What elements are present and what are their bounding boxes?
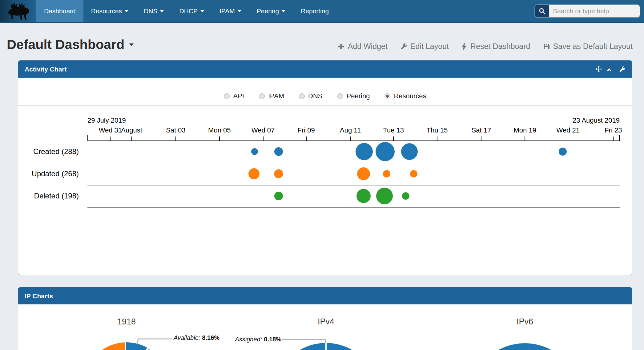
updated-bubble — [274, 169, 283, 178]
axis-tick-label: August — [121, 126, 142, 134]
chevron-down-icon — [282, 10, 285, 12]
updated-bubble — [410, 170, 417, 177]
ip-panel-header: IP Charts — [18, 287, 632, 304]
nav-item-dashboard[interactable]: Dashboard — [36, 0, 83, 22]
deleted-bubble — [274, 192, 283, 200]
created-bubble — [274, 147, 283, 156]
axis-tick-label: Wed 21 — [557, 126, 580, 134]
axis-tick-label: Sat 17 — [472, 126, 491, 134]
axis-tick-label: Wed 31 — [99, 126, 122, 134]
dashboard-title[interactable]: Default Dashboard — [7, 37, 134, 52]
axis-range-start: 29 July 2019 — [87, 116, 126, 124]
created-bubble — [376, 142, 395, 161]
ip-panel-title: IP Charts — [25, 292, 53, 300]
nav-items: Dashboard Resources DNS DHCP IPAM Peerin… — [36, 0, 336, 22]
pie-title-ipv4: IPv4 — [280, 317, 372, 327]
moose-logo-icon — [4, 2, 32, 21]
axis-tick-label: Thu 15 — [427, 126, 448, 134]
created-bubble — [356, 143, 373, 160]
axis-tick-label: Wed 07 — [252, 126, 275, 134]
x-axis — [87, 140, 620, 141]
pie-ipv4 — [274, 343, 378, 350]
nav-item-resources[interactable]: Resources — [83, 0, 136, 22]
axis-tick-mark — [263, 136, 264, 140]
axis-tick-mark — [175, 136, 176, 140]
activity-panel-header: Activity Chart — [18, 61, 632, 78]
axis-tick-mark — [481, 136, 481, 140]
axis-tick-label: Fri 09 — [297, 126, 315, 134]
row-baseline — [87, 185, 620, 185]
axis-tick-mark — [525, 136, 525, 140]
updated-bubble — [383, 170, 390, 177]
save-icon — [543, 43, 550, 50]
axis-tick-mark — [393, 136, 394, 140]
collapse-chevron-up-icon[interactable] — [606, 66, 612, 72]
created-bubble — [559, 148, 567, 156]
pie-title-ipv6: IPv6 — [479, 317, 571, 327]
row-label-created: Created (288) — [20, 147, 79, 156]
created-bubble — [401, 143, 418, 160]
updated-bubble — [357, 167, 370, 180]
deleted-bubble — [402, 192, 409, 200]
nav-item-peering[interactable]: Peering — [249, 0, 293, 22]
axis-endcap — [619, 135, 620, 141]
wrench-icon — [400, 43, 407, 50]
reset-dashboard-button[interactable]: Reset Dashboard — [461, 42, 530, 51]
row-label-deleted: Deleted (198) — [20, 192, 79, 200]
nav-item-dns[interactable]: DNS — [136, 0, 171, 22]
nav-item-dhcp[interactable]: DHCP — [171, 0, 212, 22]
row-label-updated: Updated (268) — [20, 169, 79, 178]
chevron-down-icon — [238, 10, 241, 12]
updated-bubble — [248, 168, 260, 179]
search-button[interactable] — [535, 5, 549, 17]
axis-tick-mark — [568, 136, 568, 140]
axis-tick-label: Aug 11 — [340, 126, 361, 134]
axis-tick-mark — [350, 136, 351, 140]
axis-tick-mark — [437, 136, 437, 140]
search-input[interactable] — [549, 5, 640, 17]
axis-tick-label: Fri 23 — [605, 126, 622, 134]
settings-wrench-icon[interactable] — [619, 66, 626, 73]
callout-available: Available:8.16% — [174, 334, 219, 341]
deleted-bubble — [376, 188, 393, 204]
ip-charts-panel: IP Charts 1918 IPv4 IPv6 Available:8.16%… — [18, 287, 632, 350]
global-search — [535, 5, 640, 17]
axis-endcap — [87, 135, 88, 141]
pie-ipv6 — [469, 343, 580, 350]
axis-tick-mark — [219, 136, 220, 140]
top-navbar: Dashboard Resources DNS DHCP IPAM Peerin… — [0, 0, 644, 23]
axis-tick-mark — [613, 136, 614, 140]
brand-logo[interactable] — [0, 0, 36, 22]
save-as-default-layout-button[interactable]: Save as Default Layout — [543, 42, 633, 51]
axis-tick-label: Sat 03 — [166, 126, 186, 134]
title-chevron-down-icon — [129, 43, 134, 46]
chevron-down-icon — [125, 10, 128, 12]
nav-item-ipam[interactable]: IPAM — [212, 0, 249, 22]
row-baseline — [87, 207, 620, 208]
axis-tick-label: Mon 19 — [514, 126, 536, 134]
created-bubble — [251, 148, 258, 155]
nav-item-reporting[interactable]: Reporting — [293, 0, 336, 22]
deleted-bubble — [356, 189, 371, 203]
axis-tick-mark — [131, 136, 132, 140]
pie-1918 — [83, 342, 170, 350]
axis-range-end: 23 August 2019 — [573, 116, 620, 124]
axis-tick-label: Tue 13 — [383, 126, 404, 134]
bolt-icon — [461, 43, 467, 51]
add-widget-button[interactable]: Add Widget — [337, 42, 388, 51]
plus-icon — [337, 43, 345, 50]
panel-tools — [595, 66, 626, 73]
chevron-down-icon — [160, 10, 164, 12]
edit-layout-button[interactable]: Edit Layout — [400, 42, 449, 51]
pie-title-1918: 1918 — [80, 317, 173, 327]
dashboard-title-text: Default Dashboard — [7, 37, 124, 52]
dashboard-actions: Add Widget Edit Layout Reset Dashboard S… — [337, 42, 633, 51]
callout-assigned: Assigned:0.18% — [234, 336, 281, 343]
activity-chart-panel: Activity Chart API IPAM DNS Peering Reso… — [18, 60, 632, 275]
activity-panel-title: Activity Chart — [25, 66, 67, 73]
chevron-down-icon — [200, 10, 204, 12]
activity-bubble-chart: 29 July 2019 23 August 2019 Wed 31 Augus… — [87, 93, 620, 185]
axis-tick-mark — [110, 136, 111, 140]
axis-tick-mark — [306, 136, 307, 140]
move-icon[interactable] — [595, 66, 602, 73]
